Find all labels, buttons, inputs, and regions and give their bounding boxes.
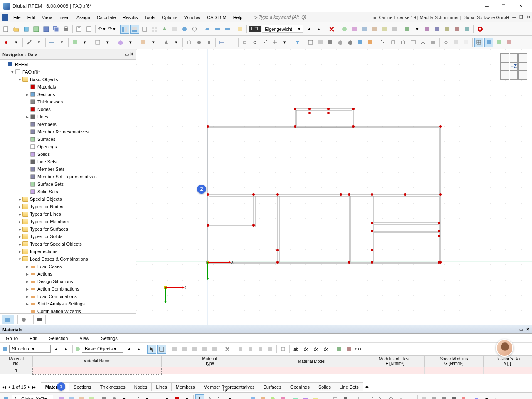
dropdown2-icon[interactable]: ▾ [34, 38, 44, 47]
tab-surfaces[interactable]: Surfaces [259, 382, 286, 391]
bt28-icon[interactable] [341, 394, 350, 399]
bt15-icon[interactable] [205, 394, 214, 399]
view3-icon[interactable] [160, 25, 169, 34]
select-mode1-icon[interactable] [147, 345, 156, 354]
bt30-icon[interactable] [367, 394, 376, 399]
menu-cadbim[interactable]: CAD-BIM [204, 12, 229, 22]
save-all-icon[interactable] [52, 25, 61, 34]
materials-table[interactable]: Material No. Material Name Material Type… [0, 355, 532, 381]
bt3-icon[interactable] [77, 394, 86, 399]
bp-menu-selection[interactable]: Selection [46, 334, 71, 342]
set-icon[interactable] [139, 38, 148, 47]
support-avatar[interactable] [496, 339, 513, 357]
loadcase-nav2-icon[interactable] [213, 25, 222, 34]
tree-item[interactable]: ▸Imperfections [0, 248, 136, 255]
dropdown6-icon[interactable]: ▾ [126, 38, 135, 47]
bt7-icon[interactable]: ▾ [120, 394, 129, 399]
dim-icon[interactable] [217, 38, 227, 47]
tree-item[interactable]: Materials [0, 83, 136, 91]
tab-sections[interactable]: Sections [69, 382, 96, 391]
menu-calculate[interactable]: Calculate [94, 12, 119, 22]
bp-op2-icon[interactable] [246, 345, 255, 354]
support-icon[interactable] [162, 38, 171, 47]
bp-op1-icon[interactable] [236, 345, 245, 354]
view1-icon[interactable] [140, 25, 149, 34]
tree-item[interactable]: Solid Sets [0, 188, 136, 195]
pager-last-icon[interactable]: ⏭ [32, 384, 37, 389]
bt5-icon[interactable] [100, 394, 109, 399]
menu-assign[interactable]: Assign [73, 12, 94, 22]
tool-d-icon[interactable] [370, 25, 379, 34]
tree-item[interactable]: Surface Sets [0, 180, 136, 188]
tree-item[interactable]: ▸Types for Members [0, 218, 136, 225]
bt29-icon[interactable] [354, 394, 363, 399]
loadcase-nav3-icon[interactable] [223, 25, 232, 34]
snap3-icon[interactable] [260, 38, 269, 47]
bp-fx2-icon[interactable]: fx [301, 345, 310, 354]
display-option1-icon[interactable] [484, 38, 493, 47]
print-icon[interactable] [62, 25, 71, 34]
bp-tool5-icon[interactable] [210, 345, 219, 354]
delete-icon[interactable] [327, 25, 336, 34]
bt42-icon[interactable]: » [492, 394, 501, 399]
menu-app-icon[interactable] [2, 14, 8, 21]
solid-icon[interactable] [116, 38, 125, 47]
menu-help[interactable]: Help [230, 12, 246, 22]
bp-collapse-icon[interactable] [278, 345, 288, 354]
cancel-icon[interactable] [475, 25, 485, 34]
tree-item[interactable]: ▸Load Combinations [0, 293, 136, 300]
view2-icon[interactable] [150, 25, 159, 34]
bt38-icon[interactable] [449, 394, 458, 399]
bp-tool1-icon[interactable] [170, 345, 179, 354]
snap1-icon[interactable] [240, 38, 249, 47]
navigator-tree[interactable]: RFEM▾FAQ.rf6*▾Basic ObjectsMaterials▸Sec… [0, 60, 136, 313]
tree-item[interactable]: Openings [0, 143, 136, 150]
display-option3-icon[interactable] [504, 38, 513, 47]
bt32-icon[interactable] [387, 394, 396, 399]
report-icon[interactable] [74, 25, 84, 34]
dropdown3-icon[interactable]: ▾ [57, 38, 66, 47]
render5-icon[interactable] [346, 38, 355, 47]
tree-item[interactable]: ▸Design Situations [0, 278, 136, 285]
bp-op3-icon[interactable] [256, 345, 265, 354]
coordinate-system-select[interactable]: 1 - Global XYZ ▾ [12, 395, 53, 399]
bp-menu-goto[interactable]: Go To [2, 334, 21, 342]
block-icon[interactable] [22, 25, 31, 34]
bp-menu-edit[interactable]: Edit [26, 334, 41, 342]
bt35-icon[interactable] [419, 394, 429, 399]
tool-i-icon[interactable] [423, 25, 432, 34]
bp-menu-settings[interactable]: Settings [98, 334, 121, 342]
cat-prev-icon[interactable]: ◂ [52, 345, 61, 354]
bt24-icon[interactable] [301, 394, 310, 399]
tool-b-icon[interactable] [350, 25, 359, 34]
bp-num-icon[interactable]: 0.00 [354, 345, 363, 354]
bt2-icon[interactable] [67, 394, 76, 399]
tab-nodes[interactable]: Nodes [130, 382, 152, 391]
bp-delete-icon[interactable] [223, 345, 232, 354]
bt12-icon[interactable] [172, 394, 182, 399]
bt19-icon[interactable] [248, 394, 257, 399]
nav-tab-display[interactable] [17, 315, 30, 324]
undo-icon[interactable]: ↶ ▾ [97, 25, 106, 34]
bp-op4-icon[interactable] [266, 345, 275, 354]
bt9-icon[interactable]: ▾ [143, 394, 152, 399]
bt17-icon[interactable]: ▾ [225, 394, 234, 399]
bp-color2-icon[interactable] [344, 345, 353, 354]
pager-prev-icon[interactable]: ◂ [8, 384, 10, 389]
sel1-icon[interactable] [379, 38, 388, 47]
cat-next-icon[interactable]: ▸ [62, 345, 71, 354]
license-text[interactable]: Online License 19 | Madita Schönlinner |… [379, 15, 510, 20]
dim2-icon[interactable] [227, 38, 236, 47]
bp-tool4-icon[interactable] [200, 345, 209, 354]
dropdown9-icon[interactable]: ▾ [280, 38, 289, 47]
new-file-icon[interactable] [2, 25, 11, 34]
view6-icon[interactable] [190, 25, 199, 34]
model-viewport[interactable]: X +Z X Y 2 [136, 49, 532, 325]
bt16-icon[interactable] [215, 394, 224, 399]
surface-icon[interactable] [70, 38, 79, 47]
render1-icon[interactable] [306, 38, 315, 47]
render3-icon[interactable] [326, 38, 335, 47]
tree-item[interactable]: RFEM [0, 61, 136, 68]
sel6-icon[interactable] [429, 38, 438, 47]
vis1-icon[interactable] [441, 38, 451, 47]
